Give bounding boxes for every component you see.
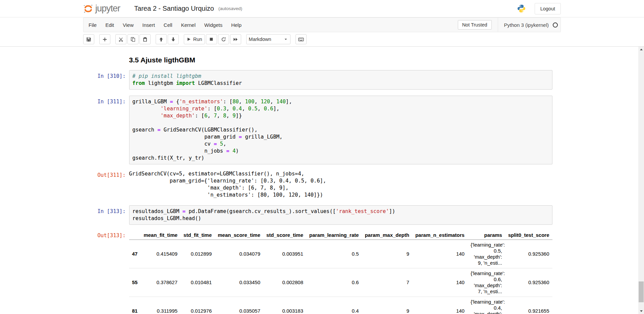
markdown-heading[interactable]: 3.5 Ajuste ligthGBM [129, 56, 552, 64]
vertical-scrollbar[interactable] [638, 47, 644, 314]
menu-item-insert[interactable]: Insert [138, 18, 159, 32]
output-prompt: Out[313]: [86, 231, 129, 314]
paste-cell-button[interactable] [140, 34, 151, 44]
command-palette-button[interactable] [296, 34, 307, 44]
not-trusted-button[interactable]: Not Trusted [458, 20, 492, 30]
table-row: 470.4154090.0128990.0340790.0039510.5914… [129, 240, 552, 268]
toolbar: Run [83, 32, 561, 46]
code-input-area[interactable]: grilla_LGBM = {'n_estimators': [80, 100,… [129, 96, 552, 164]
code-line: # pip install lightgbm [132, 73, 549, 80]
table-cell: 0.4 [306, 297, 362, 314]
table-cell: 0.415409 [141, 240, 180, 268]
navbar-divider [498, 18, 498, 32]
code-line: from lightgbm import LGBMClassifier [132, 80, 549, 87]
table-cell: 9 [362, 240, 413, 268]
autosave-status: (autosaved) [218, 6, 242, 11]
code-line: gsearch = GridSearchCV(LGBMClassifier(), [132, 126, 549, 134]
kernel-idle-icon [553, 22, 558, 28]
menubar: File Edit View Insert Cell Kernel Widget… [83, 17, 561, 32]
code-line: param_grid = grilla_LGBM, [132, 134, 549, 141]
add-cell-button[interactable] [99, 34, 110, 44]
table-cell: {'learning_rate': 0.5, 'max_depth': 9, '… [468, 240, 505, 268]
interrupt-kernel-button[interactable] [206, 34, 217, 44]
scrollbar-thumb[interactable] [639, 281, 644, 302]
menu-item-kernel[interactable]: Kernel [177, 18, 200, 32]
table-cell: 0.034079 [215, 240, 263, 268]
copy-icon [130, 37, 136, 42]
run-button-label: Run [193, 37, 202, 42]
scroll-up-icon[interactable] [638, 47, 644, 52]
stop-icon [209, 37, 214, 42]
table-cell: 0.010481 [180, 268, 215, 297]
table-cell: 0.002808 [263, 268, 306, 297]
column-header [129, 231, 141, 240]
input-prompt: In [313]: [86, 205, 129, 225]
table-cell: {'learning_rate': 0.6, 'max_depth': 7, '… [468, 268, 505, 297]
code-input-area[interactable]: # pip install lightgbmfrom lightgbm impo… [129, 70, 552, 90]
logout-button[interactable]: Logout [535, 3, 561, 14]
column-header: params [468, 231, 505, 240]
row-index: 81 [129, 297, 141, 314]
save-icon [86, 37, 91, 42]
menu-item-help[interactable]: Help [227, 18, 246, 32]
code-line [132, 119, 549, 126]
code-input-area[interactable]: resultados_LGBM = pd.DataFrame(gsearch.c… [129, 205, 552, 225]
table-cell: 0.012899 [180, 240, 215, 268]
menu-item-edit[interactable]: Edit [101, 18, 118, 32]
code-line: grilla_LGBM = {'n_estimators': [80, 100,… [132, 98, 549, 105]
table-cell: 0.6 [306, 268, 362, 297]
copy-cell-button[interactable] [127, 34, 139, 44]
menu-item-view[interactable]: View [118, 18, 138, 32]
table-cell: 0.311995 [141, 297, 180, 314]
table-cell: 0.003951 [263, 240, 306, 268]
menu-item-cell[interactable]: Cell [159, 18, 177, 32]
output-cell-311: Out[311]: GridSearchCV(cv=5, estimator=L… [86, 170, 552, 199]
paste-icon [143, 37, 148, 42]
cut-icon [118, 37, 123, 42]
column-header: mean_fit_time [141, 231, 180, 240]
arrow-down-icon [171, 37, 176, 42]
scroll-down-icon[interactable] [638, 308, 644, 314]
notebook-title[interactable]: Tarea 2 - Santiago Urquizo [134, 5, 214, 12]
restart-kernel-button[interactable] [218, 34, 229, 44]
dataframe-output: mean_fit_timestd_fit_timemean_score_time… [129, 231, 552, 314]
row-index: 47 [129, 240, 141, 268]
table-cell: 0.378627 [141, 268, 180, 297]
code-cell-311: In [311]: grilla_LGBM = {'n_estimators':… [86, 96, 552, 164]
input-prompt: In [311]: [86, 96, 129, 164]
results-dataframe: mean_fit_timestd_fit_timemean_score_time… [129, 231, 552, 314]
column-header: param_learning_rate [306, 231, 362, 240]
notebook-scroll-area[interactable]: 3.5 Ajuste ligthGBM In [310]: # pip inst… [0, 47, 638, 314]
menu-item-file[interactable]: File [84, 18, 101, 32]
column-header: param_max_depth [362, 231, 413, 240]
code-line: resultados_LGBM.head() [132, 215, 549, 222]
table-cell: 7 [362, 268, 413, 297]
move-cell-up-button[interactable] [156, 34, 167, 44]
move-cell-down-button[interactable] [168, 34, 179, 44]
column-header: split0_test_score [505, 231, 552, 240]
table-cell: 140 [412, 240, 468, 268]
plus-icon [102, 37, 107, 42]
table-cell: 0.035057 [215, 297, 263, 314]
column-header: mean_score_time [215, 231, 263, 240]
restart-run-all-button[interactable] [230, 34, 241, 44]
run-button[interactable]: Run [184, 34, 205, 44]
jupyter-notebook-app: jupyter Tarea 2 - Santiago Urquizo (auto… [0, 0, 644, 314]
save-button[interactable] [83, 34, 94, 44]
code-line: 'learning_rate': [0.3, 0.4, 0.5, 0.6], [132, 105, 549, 112]
jupyter-logo-icon [83, 4, 93, 14]
column-header: param_n_estimators [412, 231, 468, 240]
cut-cell-button[interactable] [115, 34, 126, 44]
menu-item-widgets[interactable]: Widgets [200, 18, 227, 32]
cell-type-selected: Markdown [249, 37, 271, 42]
table-cell: 140 [412, 297, 468, 314]
cell-type-dropdown[interactable]: Markdown [246, 34, 290, 44]
title-bar: jupyter Tarea 2 - Santiago Urquizo (auto… [0, 0, 644, 17]
code-cell-310: In [310]: # pip install lightgbmfrom lig… [86, 70, 552, 90]
table-cell: 0.925360 [505, 240, 552, 268]
output-prompt: Out[311]: [86, 170, 129, 199]
table-cell: 0.921655 [505, 297, 552, 314]
jupyter-logo[interactable]: jupyter [83, 3, 120, 14]
table-cell: 0.925360 [505, 268, 552, 297]
table-cell: {'learning_rate': 0.4, 'max_depth': 9, '… [468, 297, 505, 314]
